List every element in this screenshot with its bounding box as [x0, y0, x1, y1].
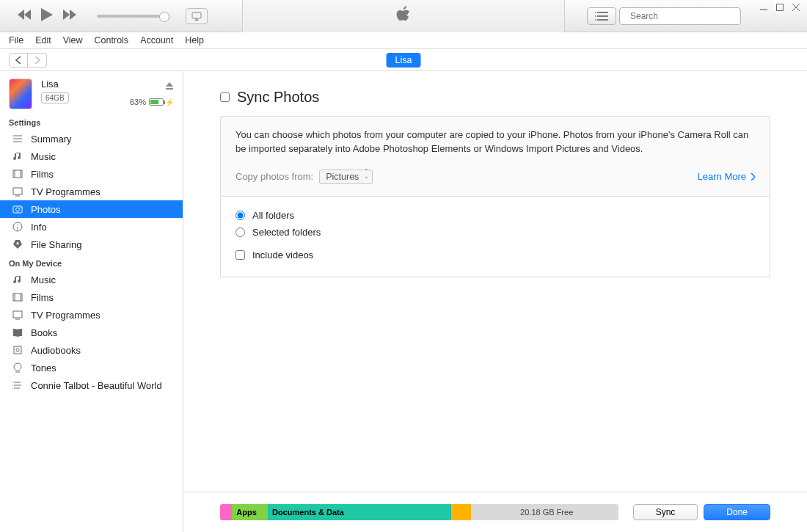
search-input[interactable] — [630, 11, 740, 21]
svg-point-19 — [12, 388, 13, 389]
sidebar-item-summary[interactable]: Summary — [0, 130, 183, 147]
device-item-audiobooks[interactable]: Audiobooks — [0, 341, 183, 359]
forward-button[interactable] — [28, 53, 47, 68]
sidebar-item-label: Summary — [31, 134, 72, 145]
sidebar-item-music[interactable]: Music — [0, 147, 183, 165]
storage-bar: AppsDocuments & Data20.18 GB Free — [220, 504, 618, 520]
play-icon[interactable] — [41, 8, 53, 24]
sidebar-item-label: File Sharing — [31, 239, 81, 250]
device-item-tones[interactable]: Tones — [0, 359, 183, 376]
info-box: You can choose which photos from your co… — [220, 116, 770, 197]
sidebar-icon — [12, 203, 23, 215]
airplay-button[interactable] — [186, 8, 208, 24]
svg-rect-15 — [14, 346, 21, 354]
info-text: You can choose which photos from your co… — [235, 128, 755, 156]
sidebar-icon — [12, 168, 23, 180]
device-item-connie-talbot-beautiful-world[interactable]: Connie Talbot - Beautiful World — [0, 376, 183, 394]
minimize-icon[interactable] — [757, 1, 770, 13]
svg-point-11 — [20, 207, 21, 208]
sidebar-section-on-device: On My Device — [0, 253, 183, 271]
svg-rect-14 — [13, 311, 22, 318]
menu-account[interactable]: Account — [140, 35, 173, 45]
copy-photos-select[interactable]: Pictures — [319, 170, 373, 184]
sidebar-section-settings: Settings — [0, 112, 183, 130]
copy-photos-label: Copy photos from: — [235, 171, 313, 182]
nav-bar: Lisa — [0, 49, 807, 71]
sidebar-icon — [12, 379, 23, 391]
sidebar-item-tv-programmes[interactable]: TV Programmes — [0, 183, 183, 200]
previous-track-icon[interactable] — [18, 10, 31, 23]
device-pill[interactable]: Lisa — [387, 53, 421, 68]
back-button[interactable] — [9, 53, 28, 68]
learn-more-label: Learn More — [698, 171, 746, 182]
storage-segment: 20.18 GB Free — [471, 504, 618, 520]
sidebar-item-label: Photos — [31, 204, 60, 215]
done-button[interactable]: Done — [704, 504, 770, 520]
radio-all-folders[interactable] — [235, 211, 245, 220]
sync-photos-checkbox[interactable] — [220, 92, 230, 102]
device-item-books[interactable]: Books — [0, 324, 183, 341]
sidebar-item-file-sharing[interactable]: File Sharing — [0, 236, 183, 253]
device-thumbnail-icon — [9, 79, 32, 109]
sidebar-item-films[interactable]: Films — [0, 165, 183, 183]
page-title: Sync Photos — [237, 89, 319, 106]
player-toolbar — [0, 0, 807, 32]
checkbox-include-videos[interactable] — [235, 250, 245, 260]
sidebar-icon — [12, 309, 23, 321]
sidebar-icon — [12, 274, 23, 285]
svg-rect-8 — [13, 188, 22, 194]
sidebar: Lisa 64GB 63% ⚡ Settings SummaryMusicFil… — [0, 71, 183, 532]
content-pane: Sync Photos You can choose which photos … — [183, 71, 807, 532]
storage-segment — [220, 504, 232, 520]
device-item-music[interactable]: Music — [0, 271, 183, 288]
menu-file[interactable]: File — [9, 35, 23, 45]
sidebar-icon — [12, 362, 23, 374]
sidebar-icon — [12, 291, 23, 303]
sidebar-item-label: Tones — [31, 362, 56, 374]
menu-bar: File Edit View Controls Account Help — [0, 32, 807, 49]
sidebar-item-info[interactable]: Info — [0, 218, 183, 236]
list-view-button[interactable] — [587, 7, 616, 25]
sidebar-icon — [12, 150, 23, 162]
radio-selected-folders[interactable] — [235, 227, 245, 237]
sidebar-item-label: Books — [31, 327, 57, 338]
menu-view[interactable]: View — [63, 35, 83, 45]
menu-edit[interactable]: Edit — [35, 35, 51, 45]
chevron-right-icon — [751, 173, 755, 181]
storage-segment: Apps — [232, 504, 268, 520]
options-box: All folders Selected folders Include vid… — [220, 197, 770, 277]
sidebar-item-label: TV Programmes — [31, 310, 101, 321]
learn-more-link[interactable]: Learn More — [698, 171, 755, 182]
svg-point-16 — [16, 349, 19, 351]
sidebar-item-photos[interactable]: Photos — [0, 200, 183, 218]
sidebar-icon — [12, 221, 23, 233]
option-selected-folders[interactable]: Selected folders — [235, 224, 755, 241]
device-item-tv-programmes[interactable]: TV Programmes — [0, 306, 183, 324]
next-track-icon[interactable] — [63, 10, 76, 23]
sidebar-icon — [12, 344, 23, 356]
menu-help[interactable]: Help — [185, 35, 204, 45]
charging-indicator-icon: ⚡ — [165, 98, 174, 106]
volume-slider[interactable] — [97, 15, 165, 18]
sidebar-item-label: Audiobooks — [31, 345, 81, 356]
label-all-folders: All folders — [252, 210, 294, 221]
sync-button[interactable]: Sync — [633, 504, 698, 520]
menu-controls[interactable]: Controls — [95, 35, 129, 45]
lcd-display — [242, 0, 565, 32]
eject-icon[interactable] — [165, 80, 174, 93]
sidebar-item-label: Connie Talbot - Beautiful World — [31, 380, 162, 391]
sidebar-icon — [12, 327, 23, 338]
svg-rect-6 — [166, 88, 173, 90]
device-item-films[interactable]: Films — [0, 288, 183, 306]
playback-controls — [18, 8, 208, 24]
option-all-folders[interactable]: All folders — [235, 207, 755, 224]
option-include-videos[interactable]: Include videos — [235, 247, 755, 263]
svg-point-18 — [12, 385, 13, 386]
maximize-icon[interactable] — [773, 1, 786, 13]
search-field[interactable] — [619, 7, 741, 25]
sidebar-item-label: TV Programmes — [31, 186, 101, 197]
svg-rect-0 — [192, 12, 201, 18]
battery-percent: 63% — [130, 98, 146, 106]
close-icon[interactable] — [789, 1, 803, 13]
sidebar-icon — [12, 238, 23, 250]
